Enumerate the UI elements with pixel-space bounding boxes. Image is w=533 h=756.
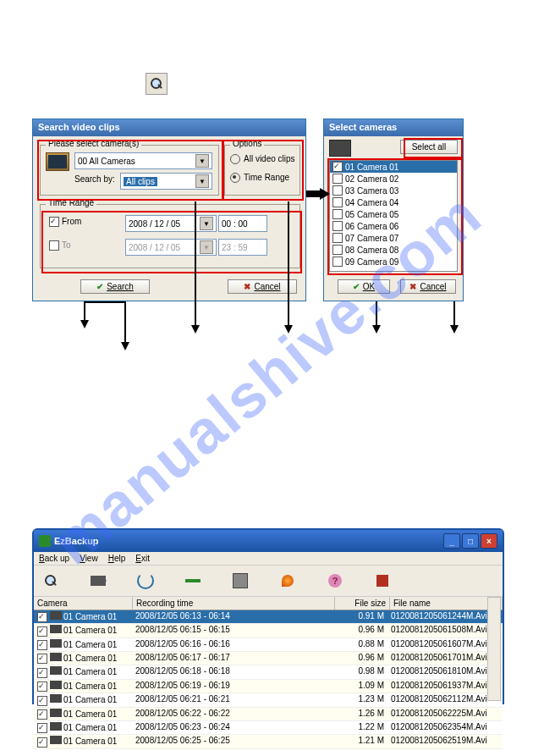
dialog-title: Search video clips <box>33 119 305 136</box>
search-tool-icon <box>146 73 168 95</box>
table-row[interactable]: 01 Camera 012008/12/05 06:17 - 06:170.96… <box>34 652 503 665</box>
menu-bar: Back upViewHelpExit <box>34 552 503 566</box>
group-options: Options All video clips Time Range <box>224 145 300 196</box>
table-row[interactable]: 01 Camera 012008/12/05 06:21 - 06:211.23… <box>34 693 503 707</box>
checkbox-icon <box>37 696 47 706</box>
option-all-clips[interactable]: All video clips <box>230 154 295 164</box>
camera-icon <box>50 611 62 620</box>
search-by-label: Search by: <box>74 174 115 184</box>
from-checkbox[interactable]: From <box>49 217 81 227</box>
camera-list-item[interactable]: 06 Camera 06 <box>330 220 457 232</box>
from-date-input[interactable]: 2008 / 12 / 05 ▼ <box>125 215 217 232</box>
dialog-title: Select cameras <box>324 119 463 136</box>
cancel-button[interactable]: ✖ Cancel <box>228 279 297 294</box>
table-row[interactable]: 01 Camera 012008/12/05 06:25 - 06:251.21… <box>34 735 503 748</box>
app-icon <box>39 535 51 547</box>
to-date-input: 2008 / 12 / 05 ▼ <box>125 239 217 256</box>
select-cameras-dialog: Select cameras Select all 01 Camera 0102… <box>323 119 464 301</box>
ezbackup-window: EzBackup _ □ × Back upViewHelpExit ? Cam… <box>32 528 504 704</box>
chevron-down-icon: ▼ <box>195 154 209 168</box>
menu-item[interactable]: View <box>80 554 98 563</box>
table-row[interactable]: 01 Camera 012008/12/05 06:18 - 06:180.98… <box>34 665 503 679</box>
checkbox-icon <box>332 209 343 219</box>
camera-list-item[interactable]: 04 Camera 04 <box>330 196 457 208</box>
save-icon[interactable] <box>230 571 250 591</box>
radio-icon <box>230 173 240 183</box>
checkbox-icon <box>332 221 343 231</box>
camera-list-item[interactable]: 02 Camera 02 <box>330 173 457 185</box>
vertical-scrollbar[interactable] <box>487 597 501 701</box>
group-select-cameras: Please select camera(s) 00 All Cameras ▼… <box>40 145 219 196</box>
checkbox-icon <box>37 668 47 678</box>
maximize-button[interactable]: □ <box>462 533 479 549</box>
table-row[interactable]: 01 Camera 012008/12/05 06:16 - 06:160.88… <box>34 638 503 652</box>
menu-item[interactable]: Back up <box>39 554 69 563</box>
checkbox-icon <box>37 640 47 650</box>
checkbox-icon <box>332 162 343 172</box>
burn-icon[interactable] <box>277 571 298 591</box>
group-time-range: Time Range From 2008 / 12 / 05 ▼ 00 : 00… <box>40 204 300 268</box>
camera-list-item[interactable]: 09 Camera 09 <box>330 256 457 268</box>
search-video-clips-dialog: Search video clips Please select camera(… <box>32 119 306 301</box>
checkbox-icon <box>37 626 47 637</box>
x-icon: ✖ <box>244 282 250 291</box>
radio-icon <box>230 154 240 164</box>
menu-item[interactable]: Help <box>108 554 126 563</box>
export-icon[interactable] <box>183 571 203 591</box>
cancel-button[interactable]: ✖ Cancel <box>400 279 456 294</box>
camera-list-item[interactable]: 07 Camera 07 <box>330 232 457 244</box>
select-all-button[interactable]: Select all <box>400 140 458 154</box>
to-time-input: 23 : 59 <box>218 239 267 256</box>
checkbox-icon <box>37 709 47 720</box>
search-button[interactable]: ✔ Search <box>80 279 150 294</box>
check-icon: ✔ <box>96 282 103 291</box>
grid-header: Camera Recording time File size File nam… <box>34 597 503 610</box>
camera-icon <box>50 666 62 675</box>
camera-icon <box>50 694 62 703</box>
chevron-down-icon: ▼ <box>200 217 213 230</box>
table-row[interactable]: 01 Camera 012008/12/05 06:13 - 06:140.91… <box>34 610 503 624</box>
help-icon[interactable]: ? <box>325 571 345 591</box>
camera-list-item[interactable]: 08 Camera 08 <box>330 244 457 256</box>
ok-button[interactable]: ✔ OK <box>338 279 390 294</box>
camera-icon <box>50 709 62 717</box>
chevron-down-icon: ▼ <box>195 174 209 188</box>
camera-dropdown[interactable]: 00 All Cameras ▼ <box>74 152 212 169</box>
checkbox-icon <box>37 723 47 733</box>
camera-list-item[interactable]: 03 Camera 03 <box>330 185 457 196</box>
exit-icon[interactable] <box>372 571 393 591</box>
x-icon: ✖ <box>409 282 416 291</box>
camera-list-item[interactable]: 01 Camera 01 <box>330 161 457 173</box>
to-checkbox[interactable]: To <box>49 240 71 251</box>
camera-icon <box>50 639 62 648</box>
checkbox-icon <box>332 174 343 184</box>
camera-icon[interactable] <box>88 571 108 591</box>
checkbox-icon <box>37 612 47 622</box>
table-row[interactable]: 01 Camera 012008/12/05 06:22 - 06:221.26… <box>34 708 503 721</box>
close-button[interactable]: × <box>481 533 497 549</box>
search-by-dropdown[interactable]: All clips ▼ <box>120 173 212 190</box>
menu-item[interactable]: Exit <box>135 554 150 563</box>
check-icon: ✔ <box>353 282 360 291</box>
option-time-range[interactable]: Time Range <box>230 173 289 183</box>
camera-icon <box>50 625 62 633</box>
from-time-input[interactable]: 00 : 00 <box>218 215 267 232</box>
refresh-icon[interactable] <box>135 571 156 591</box>
checkbox-icon <box>37 682 47 692</box>
camera-icon <box>50 736 62 744</box>
table-row[interactable]: 01 Camera 012008/12/05 06:19 - 06:191.09… <box>34 680 503 693</box>
camera-list[interactable]: 01 Camera 0102 Camera 0203 Camera 0304 C… <box>329 160 458 272</box>
checkbox-icon <box>332 245 343 255</box>
checkbox-icon <box>332 197 343 207</box>
chevron-down-icon: ▼ <box>200 240 213 254</box>
camera-icon <box>50 722 62 731</box>
camera-list-item[interactable]: 05 Camera 05 <box>330 208 457 220</box>
table-row[interactable]: 01 Camera 012008/12/05 06:23 - 06:241.22… <box>34 721 503 735</box>
camera-icon <box>50 681 62 689</box>
table-row[interactable]: 01 Camera 012008/12/05 06:15 - 06:150.96… <box>34 624 503 637</box>
checkbox-icon <box>332 257 343 267</box>
toolbar: ? <box>34 566 503 597</box>
window-title-bar: EzBackup _ □ × <box>34 530 503 552</box>
minimize-button[interactable]: _ <box>443 533 460 549</box>
search-icon[interactable] <box>41 571 61 591</box>
